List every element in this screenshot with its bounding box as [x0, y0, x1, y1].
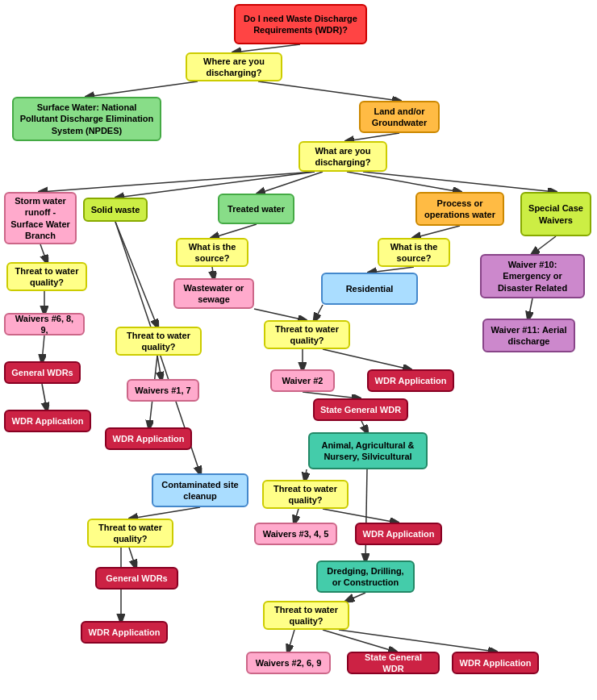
- svg-line-15: [528, 298, 532, 319]
- svg-line-9: [212, 224, 257, 238]
- svg-line-8: [363, 172, 555, 192]
- wdr-app5-node: WDR Application: [81, 621, 168, 644]
- svg-line-3: [347, 133, 399, 141]
- special-waivers-node: Special Case Waivers: [520, 192, 591, 236]
- threat4-node: Threat to water quality?: [262, 480, 349, 509]
- svg-line-27: [361, 421, 367, 432]
- threat6-node: Threat to water quality?: [263, 601, 349, 630]
- wdr-app4-node: WDR Application: [355, 523, 442, 545]
- surface-water-node: Surface Water: National Pollutant Discha…: [12, 97, 161, 141]
- svg-line-20: [42, 335, 44, 361]
- what-source2-node: What is the source?: [378, 238, 450, 267]
- solid-waste-node: Solid waste: [83, 198, 148, 222]
- what-source1-node: What is the source?: [176, 238, 248, 267]
- svg-line-30: [131, 507, 200, 519]
- svg-line-18: [254, 309, 305, 320]
- svg-line-2: [258, 81, 399, 101]
- animal-ag-node: Animal, Agricultural & Nursery, Silvicul…: [308, 432, 428, 469]
- svg-line-38: [323, 630, 395, 652]
- threat1-node: Threat to water quality?: [6, 262, 87, 291]
- waivers689-node: Waivers #6, 8, 9,: [4, 313, 85, 335]
- waiver2-node: Waiver #2: [270, 369, 335, 392]
- svg-line-4: [40, 172, 315, 192]
- storm-water-node: Storm water runoff - Surface Water Branc…: [4, 192, 77, 244]
- dredge-node: Dredging, Drilling, or Construction: [316, 560, 415, 593]
- svg-line-13: [212, 267, 214, 278]
- flowchart: Do I need Waste Discharge Requirements (…: [0, 0, 597, 700]
- state-gen-wdr2-node: State General WDR: [347, 652, 440, 674]
- waivers269-node: Waivers #2, 6, 9: [246, 652, 331, 674]
- svg-line-17: [115, 222, 157, 327]
- contaminated-node: Contaminated site cleanup: [152, 473, 248, 507]
- svg-line-32: [323, 509, 397, 523]
- wdr-app3-node: WDR Application: [105, 427, 192, 450]
- what-discharge-node: What are you discharging?: [298, 141, 387, 172]
- general-wdr2-node: General WDRs: [95, 567, 178, 590]
- svg-line-10: [414, 226, 460, 238]
- waiver10-node: Waiver #10: Emergency or Disaster Relate…: [480, 254, 585, 298]
- threat5-node: Threat to water quality?: [87, 519, 173, 548]
- treated-water-node: Treated water: [218, 194, 294, 224]
- svg-line-21: [157, 356, 161, 379]
- waiver11-node: Waiver #11: Aerial discharge: [482, 319, 575, 352]
- svg-line-0: [234, 44, 300, 52]
- threat3-node: Threat to water quality?: [264, 320, 350, 349]
- start-node: Do I need Waste Discharge Requirements (…: [234, 4, 367, 44]
- wdr-app6-node: WDR Application: [452, 652, 539, 674]
- where-node: Where are you discharging?: [186, 52, 282, 81]
- svg-line-37: [288, 630, 294, 652]
- svg-line-11: [532, 236, 556, 254]
- svg-line-34: [365, 469, 367, 560]
- svg-line-29: [305, 469, 307, 480]
- svg-line-33: [129, 548, 136, 567]
- svg-line-6: [258, 172, 323, 194]
- general-wdr1-node: General WDRs: [4, 361, 81, 384]
- residential-node: Residential: [321, 273, 418, 305]
- threat2-node: Threat to water quality?: [115, 327, 202, 356]
- waivers345-node: Waivers #3, 4, 5: [254, 523, 337, 545]
- svg-line-39: [339, 630, 495, 652]
- wastewater-node: Wastewater or sewage: [173, 278, 254, 309]
- svg-line-25: [303, 392, 359, 398]
- svg-line-7: [347, 172, 460, 192]
- svg-line-23: [323, 349, 410, 369]
- svg-line-31: [294, 509, 298, 523]
- svg-line-19: [315, 305, 323, 320]
- wdr-app2-node: WDR Application: [4, 410, 91, 432]
- wdr-app1-node: WDR Application: [367, 369, 454, 392]
- svg-line-1: [87, 81, 198, 97]
- svg-line-24: [42, 384, 47, 410]
- waivers17-node: Waivers #1, 7: [127, 379, 199, 402]
- state-gen-wdr-node: State General WDR: [313, 398, 408, 421]
- land-ground-node: Land and/or Groundwater: [359, 101, 440, 133]
- svg-line-14: [369, 267, 414, 273]
- svg-line-36: [347, 593, 365, 601]
- process-ops-node: Process or operations water: [415, 192, 504, 226]
- svg-line-12: [40, 244, 47, 262]
